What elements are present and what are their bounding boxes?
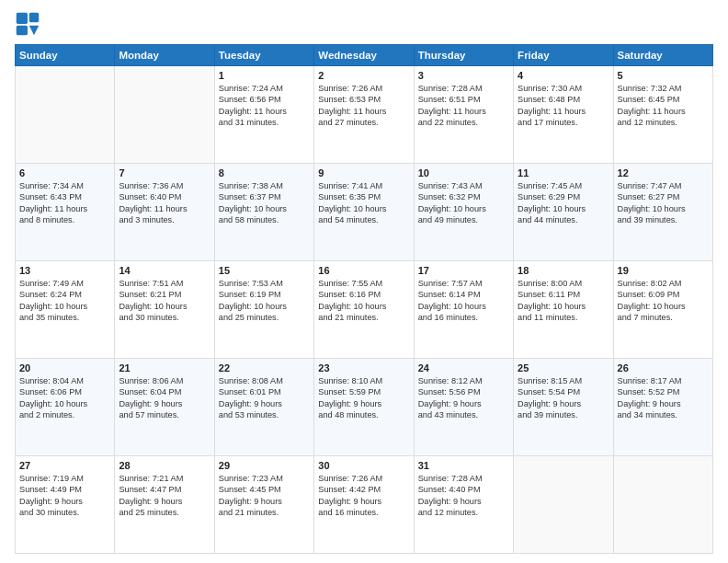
cell-line: Daylight: 11 hours xyxy=(518,106,609,117)
cell-line: Daylight: 10 hours xyxy=(19,398,110,409)
calendar-cell: 16Sunrise: 7:55 AMSunset: 6:16 PMDayligh… xyxy=(314,261,414,359)
calendar-table: SundayMondayTuesdayWednesdayThursdayFrid… xyxy=(15,44,713,554)
cell-line: and 31 minutes. xyxy=(219,117,310,128)
cell-line: Daylight: 10 hours xyxy=(119,301,210,312)
cell-line: Sunset: 6:14 PM xyxy=(418,289,509,300)
cell-line: and 44 minutes. xyxy=(518,214,609,225)
cell-line: Daylight: 9 hours xyxy=(318,398,409,409)
day-number: 31 xyxy=(418,460,509,471)
day-number: 2 xyxy=(318,70,409,81)
cell-line: Daylight: 11 hours xyxy=(318,106,409,117)
cell-line: Sunrise: 7:51 AM xyxy=(119,278,210,289)
cell-line: Sunrise: 7:49 AM xyxy=(19,278,110,289)
cell-line: and 49 minutes. xyxy=(418,214,509,225)
day-number: 25 xyxy=(518,362,609,373)
svg-rect-1 xyxy=(17,13,28,24)
cell-line: and 16 minutes. xyxy=(418,312,509,323)
cell-line: Sunrise: 8:02 AM xyxy=(618,278,709,289)
cell-line: and 11 minutes. xyxy=(518,312,609,323)
day-number: 5 xyxy=(618,70,709,81)
day-number: 29 xyxy=(219,460,310,471)
cell-line: Daylight: 9 hours xyxy=(518,398,609,409)
calendar-cell xyxy=(514,456,613,554)
calendar-cell xyxy=(115,66,214,164)
cell-line: Sunset: 4:45 PM xyxy=(219,484,310,495)
cell-line: Sunset: 6:45 PM xyxy=(618,94,709,105)
calendar-cell: 3Sunrise: 7:28 AMSunset: 6:51 PMDaylight… xyxy=(414,66,513,164)
day-number: 16 xyxy=(318,265,409,276)
calendar-cell: 7Sunrise: 7:36 AMSunset: 6:40 PMDaylight… xyxy=(115,164,214,261)
calendar-cell: 30Sunrise: 7:26 AMSunset: 4:42 PMDayligh… xyxy=(314,456,414,554)
logo xyxy=(15,11,44,37)
dow-header: Monday xyxy=(115,45,214,66)
cell-line: Sunrise: 7:34 AM xyxy=(19,180,110,191)
cell-line: Daylight: 11 hours xyxy=(618,106,709,117)
cell-line: Sunrise: 7:26 AM xyxy=(318,473,409,484)
day-number: 18 xyxy=(518,265,609,276)
logo-icon xyxy=(15,11,40,37)
days-of-week-row: SundayMondayTuesdayWednesdayThursdayFrid… xyxy=(16,45,713,66)
cell-line: Sunrise: 7:53 AM xyxy=(219,278,310,289)
cell-line: Sunset: 5:59 PM xyxy=(318,386,409,397)
cell-line: Sunrise: 7:26 AM xyxy=(318,83,409,94)
cell-line: and 12 minutes. xyxy=(418,507,509,518)
calendar-cell: 31Sunrise: 7:28 AMSunset: 4:40 PMDayligh… xyxy=(414,456,513,554)
cell-line: Daylight: 11 hours xyxy=(418,106,509,117)
day-number: 8 xyxy=(219,167,310,178)
cell-line: and 25 minutes. xyxy=(119,507,210,518)
cell-line: Daylight: 10 hours xyxy=(19,301,110,312)
cell-line: Sunset: 4:42 PM xyxy=(318,484,409,495)
day-number: 13 xyxy=(19,265,110,276)
day-number: 7 xyxy=(119,167,210,178)
cell-line: Sunset: 6:24 PM xyxy=(19,289,110,300)
cell-line: Sunrise: 7:30 AM xyxy=(518,83,609,94)
cell-line: and 17 minutes. xyxy=(518,117,609,128)
cell-line: Daylight: 10 hours xyxy=(219,203,310,214)
day-number: 21 xyxy=(119,362,210,373)
cell-line: Daylight: 10 hours xyxy=(618,301,709,312)
day-number: 14 xyxy=(119,265,210,276)
cell-line: Sunrise: 7:45 AM xyxy=(518,180,609,191)
cell-line: Daylight: 10 hours xyxy=(318,203,409,214)
dow-header: Wednesday xyxy=(314,45,414,66)
cell-line: Sunset: 6:43 PM xyxy=(19,191,110,202)
cell-line: and 21 minutes. xyxy=(219,507,310,518)
cell-line: Daylight: 9 hours xyxy=(418,496,509,507)
cell-line: and 30 minutes. xyxy=(19,507,110,518)
cell-line: Sunset: 6:35 PM xyxy=(318,191,409,202)
cell-line: Sunrise: 7:36 AM xyxy=(119,180,210,191)
calendar-week-row: 6Sunrise: 7:34 AMSunset: 6:43 PMDaylight… xyxy=(16,164,713,261)
calendar-cell: 23Sunrise: 8:10 AMSunset: 5:59 PMDayligh… xyxy=(314,359,414,456)
day-number: 26 xyxy=(618,362,709,373)
cell-line: Sunrise: 7:38 AM xyxy=(219,180,310,191)
cell-line: Sunset: 6:37 PM xyxy=(219,191,310,202)
cell-line: and 43 minutes. xyxy=(418,409,509,420)
cell-line: and 30 minutes. xyxy=(119,312,210,323)
cell-line: Daylight: 10 hours xyxy=(219,301,310,312)
dow-header: Friday xyxy=(514,45,613,66)
calendar-cell: 5Sunrise: 7:32 AMSunset: 6:45 PMDaylight… xyxy=(613,66,712,164)
calendar-cell: 26Sunrise: 8:17 AMSunset: 5:52 PMDayligh… xyxy=(613,359,712,456)
cell-line: Sunrise: 7:57 AM xyxy=(418,278,509,289)
cell-line: Daylight: 10 hours xyxy=(418,203,509,214)
day-number: 3 xyxy=(418,70,509,81)
day-number: 17 xyxy=(418,265,509,276)
calendar-cell: 20Sunrise: 8:04 AMSunset: 6:06 PMDayligh… xyxy=(16,359,115,456)
calendar-cell: 4Sunrise: 7:30 AMSunset: 6:48 PMDaylight… xyxy=(514,66,613,164)
cell-line: and 16 minutes. xyxy=(318,507,409,518)
calendar-cell: 25Sunrise: 8:15 AMSunset: 5:54 PMDayligh… xyxy=(514,359,613,456)
calendar-cell: 22Sunrise: 8:08 AMSunset: 6:01 PMDayligh… xyxy=(214,359,313,456)
cell-line: and 48 minutes. xyxy=(318,409,409,420)
cell-line: Sunset: 6:56 PM xyxy=(219,94,310,105)
cell-line: Sunrise: 8:12 AM xyxy=(418,375,509,386)
cell-line: Sunrise: 7:21 AM xyxy=(119,473,210,484)
cell-line: Sunrise: 7:28 AM xyxy=(418,473,509,484)
cell-line: Sunrise: 7:41 AM xyxy=(318,180,409,191)
day-number: 10 xyxy=(418,167,509,178)
calendar-week-row: 13Sunrise: 7:49 AMSunset: 6:24 PMDayligh… xyxy=(16,261,713,359)
cell-line: and 54 minutes. xyxy=(318,214,409,225)
cell-line: and 8 minutes. xyxy=(19,214,110,225)
calendar-cell: 21Sunrise: 8:06 AMSunset: 6:04 PMDayligh… xyxy=(115,359,214,456)
day-number: 4 xyxy=(518,70,609,81)
cell-line: Sunrise: 8:06 AM xyxy=(119,375,210,386)
